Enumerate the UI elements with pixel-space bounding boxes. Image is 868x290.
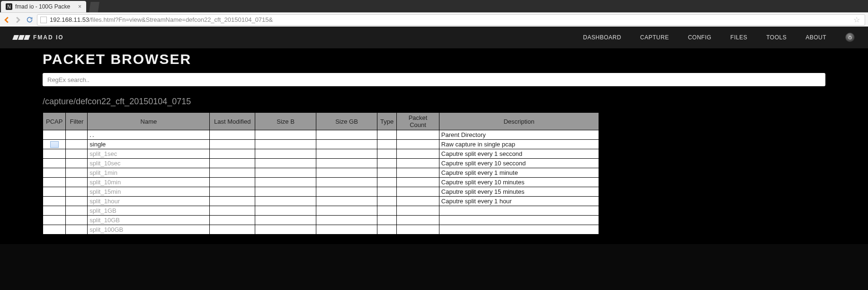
url-host: 192.168.11.53: [50, 16, 89, 23]
top-nav: DASHBOARD CAPTURE CONFIG FILES TOOLS ABO…: [583, 33, 855, 42]
cell-name[interactable]: split_10min: [88, 178, 210, 187]
cell-modified: [210, 149, 255, 159]
chevron-right-icon: [15, 17, 21, 23]
nav-about[interactable]: ABOUT: [805, 34, 826, 41]
brand-logo-icon: [13, 35, 29, 40]
cell-name[interactable]: split_1GB: [88, 206, 210, 216]
cell-sizegb: [316, 159, 377, 168]
cell-name[interactable]: split_1sec: [88, 149, 210, 159]
name-link[interactable]: split_15min: [89, 188, 121, 195]
cell-pkt: [397, 187, 439, 197]
cell-modified: [210, 159, 255, 168]
cell-name[interactable]: split_100GB: [88, 225, 210, 235]
reload-button[interactable]: [26, 16, 33, 24]
cell-pkt: [397, 206, 439, 216]
page-title: PACKET BROWSER: [43, 51, 825, 67]
cell-sizeb: [255, 168, 316, 178]
reload-icon: [26, 16, 33, 23]
cell-filter: [66, 140, 88, 149]
cell-name[interactable]: split_1min: [88, 168, 210, 178]
cell-sizegb: [316, 216, 377, 225]
cell-type: [377, 187, 397, 197]
col-header-desc: Description: [439, 113, 599, 130]
table-row: split_1secCaputre split every 1 seccond: [43, 149, 599, 159]
cell-description: [439, 216, 599, 225]
name-link[interactable]: split_1GB: [89, 207, 116, 214]
cell-name[interactable]: ..: [88, 130, 210, 140]
col-header-modified: Last Modified: [210, 113, 255, 130]
cell-sizegb: [316, 130, 377, 140]
cell-name[interactable]: split_10GB: [88, 216, 210, 225]
table-row: split_1GB: [43, 206, 599, 216]
cell-sizeb: [255, 178, 316, 187]
name-link[interactable]: ..: [89, 131, 95, 138]
cell-modified: [210, 168, 255, 178]
cell-filter: [66, 178, 88, 187]
table-row: split_10GB: [43, 216, 599, 225]
cell-filter: [66, 225, 88, 235]
nav-tools[interactable]: TOOLS: [766, 34, 787, 41]
url-input[interactable]: 192.168.11.53/files.html?Fn=view&StreamN…: [37, 14, 865, 26]
close-icon[interactable]: ×: [78, 3, 81, 10]
new-tab-button[interactable]: [89, 2, 99, 12]
name-link[interactable]: split_10GB: [89, 217, 120, 224]
cell-sizeb: [255, 225, 316, 235]
power-button[interactable]: [845, 33, 855, 42]
cell-pkt: [397, 149, 439, 159]
cell-pcap: [43, 168, 66, 178]
table-row: split_100GB: [43, 225, 599, 235]
cell-type: [377, 225, 397, 235]
cell-modified: [210, 130, 255, 140]
cell-sizegb: [316, 206, 377, 216]
cell-modified: [210, 216, 255, 225]
col-header-filter: Filter: [66, 113, 88, 130]
forward-button[interactable]: [14, 16, 22, 24]
col-header-pkt: Packet Count: [397, 113, 439, 130]
cell-sizeb: [255, 197, 316, 206]
browser-tab[interactable]: N fmad io - 100G Packe ×: [1, 1, 86, 12]
cell-name[interactable]: split_1hour: [88, 197, 210, 206]
cell-pcap: [43, 178, 66, 187]
brand-text: FMAD IO: [33, 34, 64, 41]
name-link[interactable]: split_10min: [89, 179, 121, 186]
cell-modified: [210, 178, 255, 187]
pcap-file-icon[interactable]: [50, 141, 59, 148]
search-input[interactable]: [43, 73, 825, 86]
cell-filter: [66, 159, 88, 168]
cell-pkt: [397, 197, 439, 206]
cell-sizegb: [316, 187, 377, 197]
name-link[interactable]: split_1min: [89, 169, 117, 176]
cell-modified: [210, 206, 255, 216]
cell-type: [377, 216, 397, 225]
bookmark-star-icon[interactable]: ☆: [851, 15, 862, 24]
nav-files[interactable]: FILES: [730, 34, 747, 41]
cell-sizegb: [316, 140, 377, 149]
cell-description: [439, 206, 599, 216]
nav-capture[interactable]: CAPTURE: [640, 34, 669, 41]
app-header: FMAD IO DASHBOARD CAPTURE CONFIG FILES T…: [0, 27, 868, 48]
col-header-type: Type: [377, 113, 397, 130]
cell-description: Caputre split every 1 hour: [439, 197, 599, 206]
name-link[interactable]: split_1sec: [89, 150, 117, 157]
name-link[interactable]: split_10sec: [89, 160, 120, 167]
cell-pkt: [397, 178, 439, 187]
back-button[interactable]: [3, 16, 10, 24]
cell-description: Raw capture in single pcap: [439, 140, 599, 149]
name-link[interactable]: single: [89, 141, 106, 148]
cell-pkt: [397, 130, 439, 140]
cell-type: [377, 206, 397, 216]
name-link[interactable]: split_100GB: [89, 226, 123, 233]
cell-name[interactable]: split_10sec: [88, 159, 210, 168]
cell-pkt: [397, 168, 439, 178]
cell-pcap: [43, 206, 66, 216]
cell-name[interactable]: single: [88, 140, 210, 149]
address-bar: 192.168.11.53/files.html?Fn=view&StreamN…: [0, 12, 868, 27]
nav-dashboard[interactable]: DASHBOARD: [583, 34, 621, 41]
brand[interactable]: FMAD IO: [13, 34, 64, 41]
name-link[interactable]: split_1hour: [89, 198, 120, 205]
cell-name[interactable]: split_15min: [88, 187, 210, 197]
cell-filter: [66, 130, 88, 140]
page-icon: [40, 17, 47, 23]
nav-config[interactable]: CONFIG: [688, 34, 712, 41]
url-path: /files.html?Fn=view&StreamName=defcon22_…: [89, 16, 273, 23]
